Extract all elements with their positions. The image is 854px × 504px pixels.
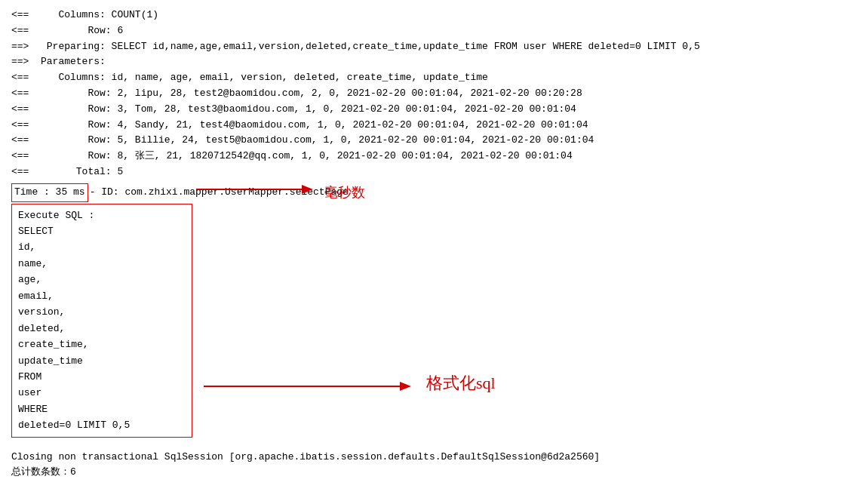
sql-select: SELECT	[18, 223, 186, 239]
sql-execute-label: Execute SQL :	[18, 207, 186, 223]
annotation-ms: 毫秒数	[324, 182, 365, 204]
prefix: <==	[11, 103, 29, 115]
prefix: <==	[11, 88, 29, 99]
sql-condition: deleted=0 LIMIT 0,5	[18, 417, 186, 433]
arrow-ms-icon	[196, 180, 317, 198]
svg-marker-1	[302, 185, 313, 194]
prefix: <==	[11, 119, 29, 131]
time-box: Time : 35 ms	[11, 183, 88, 202]
sql-id: id,	[18, 239, 186, 255]
console-line: <== Row: 2, lipu, 28, test2@baomidou.com…	[11, 86, 843, 102]
sql-block: Execute SQL : SELECT id, name, age, emai…	[11, 204, 192, 438]
prefix: ==>	[11, 56, 29, 67]
sql-name: name,	[18, 256, 186, 272]
prefix: ==>	[11, 41, 29, 52]
sql-version: version,	[18, 304, 186, 320]
sql-deleted: deleted,	[18, 321, 186, 337]
time-row: Time : 35 ms - ID: com.zhixi.mapper.User…	[11, 183, 843, 202]
console-line: ==> Parameters:	[11, 54, 843, 70]
sql-create-time: create_time,	[18, 337, 186, 352]
console-line: <== Columns: id, name, age, email, versi…	[11, 70, 843, 86]
console-line: <== Total: 5	[11, 164, 843, 180]
svg-marker-3	[400, 382, 411, 391]
prefix: <==	[11, 134, 29, 146]
console-line: <== Row: 5, Billie, 24, test5@baomidou.c…	[11, 133, 843, 149]
console-line: <== Columns: COUNT(1)	[11, 8, 843, 23]
prefix: <==	[11, 72, 29, 83]
prefix: <==	[11, 25, 29, 36]
prefix: <==	[11, 9, 29, 20]
console-line: <== Row: 8, 张三, 21, 1820712542@qq.com, 1…	[11, 149, 843, 164]
annotation-sql: 格式化sql	[426, 370, 496, 396]
closing-section: Closing non transactional SqlSession [or…	[11, 450, 843, 481]
console-line: <== Row: 6	[11, 23, 843, 39]
console-line: <== Row: 4, Sandy, 21, test4@baomidou.co…	[11, 118, 843, 134]
total-line: 总计数条数：6	[11, 465, 843, 481]
sql-age: age,	[18, 272, 186, 287]
sql-email: email,	[18, 288, 186, 304]
prefix: <==	[11, 166, 29, 177]
sql-update-time: update_time	[18, 353, 186, 369]
prefix: <==	[11, 150, 29, 161]
sql-container: Execute SQL : SELECT id, name, age, emai…	[11, 204, 843, 438]
console-line: ==> Preparing: SELECT id,name,age,email,…	[11, 39, 843, 55]
sql-user: user	[18, 385, 186, 401]
closing-line: Closing non transactional SqlSession [or…	[11, 450, 843, 466]
console-output: <== Columns: COUNT(1) <== Row: 6 ==> Pre…	[11, 8, 843, 180]
sql-where: WHERE	[18, 401, 186, 417]
console-area: <== Columns: COUNT(1) <== Row: 6 ==> Pre…	[11, 8, 843, 481]
console-line: <== Row: 3, Tom, 28, test3@baomidou.com,…	[11, 102, 843, 118]
sql-from: FROM	[18, 369, 186, 385]
arrow-sql-icon	[204, 377, 415, 395]
